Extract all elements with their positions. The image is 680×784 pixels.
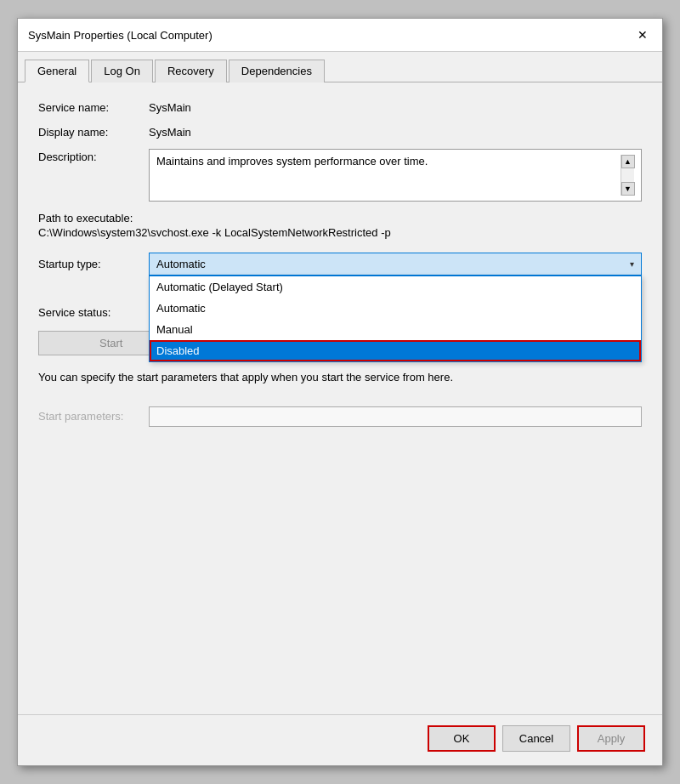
tab-dependencies[interactable]: Dependencies xyxy=(229,60,325,82)
dropdown-option-automatic-delayed[interactable]: Automatic (Delayed Start) xyxy=(150,276,641,298)
bottom-buttons: OK Cancel Apply xyxy=(18,714,662,765)
params-label: Start parameters: xyxy=(38,410,149,423)
scroll-up-btn[interactable]: ▲ xyxy=(621,155,635,168)
tab-general[interactable]: General xyxy=(25,60,89,82)
description-row: Description: Maintains and improves syst… xyxy=(38,149,642,202)
dropdown-option-disabled[interactable]: Disabled xyxy=(150,340,641,361)
startup-dropdown-container: Automatic ▾ Automatic (Delayed Start) Au… xyxy=(149,253,642,276)
content-area: Service name: SysMain Display name: SysM… xyxy=(18,82,662,714)
info-text: You can specify the start parameters tha… xyxy=(38,369,642,386)
description-text: Maintains and improves system performanc… xyxy=(156,155,620,196)
service-name-row: Service name: SysMain xyxy=(38,99,642,114)
chevron-down-icon: ▾ xyxy=(630,259,634,269)
dropdown-option-manual[interactable]: Manual xyxy=(150,319,641,340)
dropdown-selected-text: Automatic xyxy=(156,258,206,270)
dropdown-list: Automatic (Delayed Start) Automatic Manu… xyxy=(149,276,642,362)
apply-button[interactable]: Apply xyxy=(577,725,645,752)
path-section: Path to executable: C:\Windows\system32\… xyxy=(38,212,642,239)
dialog-window: SysMain Properties (Local Computer) ✕ Ge… xyxy=(17,18,663,766)
tabs-bar: General Log On Recovery Dependencies xyxy=(18,52,662,82)
params-row: Start parameters: xyxy=(38,406,642,427)
title-bar: SysMain Properties (Local Computer) ✕ xyxy=(18,19,662,52)
description-label: Description: xyxy=(38,149,149,163)
startup-type-dropdown[interactable]: Automatic ▾ xyxy=(149,253,642,276)
service-name-value: SysMain xyxy=(149,99,191,114)
tab-logon[interactable]: Log On xyxy=(91,60,153,82)
path-label: Path to executable: xyxy=(38,212,642,224)
display-name-row: Display name: SysMain xyxy=(38,124,642,139)
startup-type-label: Startup type: xyxy=(38,253,149,270)
ok-button[interactable]: OK xyxy=(428,725,496,752)
service-status-label: Service status: xyxy=(38,306,149,319)
params-input[interactable] xyxy=(149,406,642,427)
scrollbar[interactable]: ▲ ▼ xyxy=(620,155,634,196)
dropdown-option-automatic[interactable]: Automatic xyxy=(150,298,641,319)
cancel-button[interactable]: Cancel xyxy=(502,725,570,752)
close-button[interactable]: ✕ xyxy=(633,26,652,44)
path-value: C:\Windows\system32\svchost.exe -k Local… xyxy=(38,226,642,239)
startup-type-row: Startup type: Automatic ▾ Automatic (Del… xyxy=(38,253,642,276)
scroll-down-btn[interactable]: ▼ xyxy=(621,182,635,196)
service-name-label: Service name: xyxy=(38,99,149,114)
display-name-value: SysMain xyxy=(149,124,191,139)
description-box: Maintains and improves system performanc… xyxy=(149,149,642,202)
window-title: SysMain Properties (Local Computer) xyxy=(28,29,212,42)
tab-recovery[interactable]: Recovery xyxy=(155,60,227,82)
display-name-label: Display name: xyxy=(38,124,149,139)
